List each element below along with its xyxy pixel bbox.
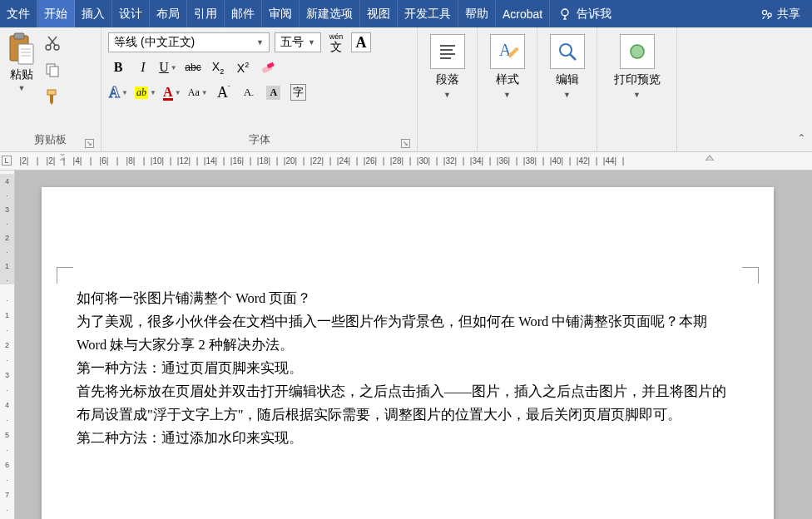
strikethrough-button[interactable]: abc [183,57,203,77]
svg-rect-6 [14,33,24,39]
right-indent-marker[interactable] [706,154,714,161]
doc-paragraph[interactable]: 第一种方法：通过页眉页脚来实现。 [77,357,739,380]
tab-home[interactable]: 开始 [37,0,75,27]
tab-insert[interactable]: 插入 [75,0,112,27]
font-size-value: 五号 [280,35,304,50]
page-scroll-area[interactable]: 如何将一张图片铺满整个 Word 页面？ 为了美观，很多小伙伴会在文档中插入一些… [15,171,812,519]
share-icon [760,7,774,21]
tab-layout[interactable]: 布局 [150,0,187,27]
clear-formatting-button[interactable] [258,57,278,77]
record-icon [620,34,655,69]
share-label: 共享 [777,7,800,22]
character-border-button[interactable]: A [351,32,371,52]
svg-line-27 [570,54,576,60]
group-editing: 编辑 ▼ [537,27,597,151]
tab-mail[interactable]: 邮件 [225,0,262,27]
paragraph-label: 段落 [436,72,459,87]
svg-point-26 [560,44,572,56]
horizontal-ruler[interactable]: L |2|||2|||4|||6|||8|||10|||12|||14|||16… [0,152,812,171]
shrink-font-button[interactable]: Aˇ [239,82,259,102]
vertical-ruler[interactable]: 4·3·2·1· ·1·2·3·4·5·6·7·8 [0,171,15,519]
chevron-down-icon: ▼ [503,91,511,99]
print-preview-label: 打印预览 [614,72,661,87]
format-painter-button[interactable] [43,87,62,106]
group-paragraph: 段落 ▼ [418,27,478,151]
svg-rect-16 [50,67,58,77]
doc-paragraph[interactable]: 首先将光标放在页眉处并双击打开编辑状态，之后点击插入——图片，插入之后点击图片，… [77,380,739,427]
tab-design[interactable]: 设计 [112,0,150,27]
doc-paragraph[interactable]: 为了美观，很多小伙伴会在文档中插入一些图片作为背景色，但如何在 Word 中铺满… [77,310,739,357]
group-styles: A 样式 ▼ [478,27,537,151]
bold-button[interactable]: B [108,57,128,77]
enclose-characters-button[interactable]: 字 [289,82,309,102]
paragraph-button[interactable]: 段落 ▼ [424,32,470,101]
svg-point-4 [768,12,771,16]
svg-rect-17 [47,90,56,95]
cut-button[interactable] [43,34,62,52]
underline-button[interactable]: U▼ [158,57,178,77]
tab-developer[interactable]: 开发工具 [398,0,458,27]
svg-line-13 [50,37,57,46]
tab-review[interactable]: 审阅 [262,0,300,27]
tab-help[interactable]: 帮助 [458,0,496,27]
svg-point-28 [631,45,644,58]
print-preview-button[interactable]: 打印预览 ▼ [604,32,670,101]
styles-button[interactable]: A 样式 ▼ [484,32,530,101]
svg-rect-18 [50,95,53,102]
font-name-combo[interactable]: 等线 (中文正文) ▼ [108,32,270,52]
group-font: 等线 (中文正文) ▼ 五号 ▼ wén文 A B I U▼ abc X2 X2 [102,27,418,151]
subscript-button[interactable]: X2 [208,57,228,77]
svg-point-3 [762,10,766,14]
margin-crop-mark [57,267,73,284]
paste-label: 粘贴 [10,67,33,82]
tell-me[interactable]: 告诉我 [550,0,620,27]
phonetic-guide-button[interactable]: wén文 [326,32,346,52]
tab-references[interactable]: 引用 [187,0,225,27]
dialog-launcher-icon[interactable]: ↘ [85,139,94,148]
clipboard-icon [7,32,37,66]
chevron-down-icon: ▼ [633,91,641,99]
document-body[interactable]: 如何将一张图片铺满整个 Word 页面？ 为了美观，很多小伙伴会在文档中插入一些… [77,287,739,450]
paste-button[interactable]: 粘贴 ▼ [7,32,37,92]
tab-newoption[interactable]: 新建选项 [300,0,360,27]
text-effects-button[interactable]: A▼ [108,82,129,102]
group-printpreview: 打印预览 ▼ [597,27,677,151]
group-clipboard: 粘贴 ▼ 剪贴板 ↘ [0,27,102,151]
tab-acrobat[interactable]: Acrobat [496,0,550,27]
tell-me-label: 告诉我 [577,7,611,22]
svg-point-11 [46,45,51,50]
tab-file[interactable]: 文件 [0,0,37,27]
group-clipboard-label: 剪贴板 ↘ [7,131,94,150]
doc-paragraph[interactable]: 第二种方法：通过添加水印来实现。 [77,427,739,450]
highlight-button[interactable]: ab▼ [134,82,157,102]
chevron-down-icon: ▼ [308,38,315,47]
editing-label: 编辑 [556,72,579,87]
doc-paragraph[interactable]: 如何将一张图片铺满整个 Word 页面？ [77,287,739,310]
paragraph-icon [430,34,465,69]
tab-selector[interactable]: L [2,156,12,166]
change-case-button[interactable]: Aa▼ [187,82,209,102]
copy-button[interactable] [43,61,62,79]
font-color-button[interactable]: A▼ [162,82,182,102]
ribbon: 粘贴 ▼ 剪贴板 ↘ 等线 (中 [0,27,812,152]
share-button[interactable]: 共享 [749,0,812,27]
styles-label: 样式 [496,72,519,87]
svg-rect-7 [18,44,33,64]
document-workspace: 4·3·2·1· ·1·2·3·4·5·6·7·8 如何将一张图片铺满整个 Wo… [0,171,812,519]
tab-view[interactable]: 视图 [360,0,398,27]
editing-button[interactable]: 编辑 ▼ [544,32,590,101]
character-shading-button[interactable]: A [264,82,284,102]
italic-button[interactable]: I [133,57,153,77]
group-font-label: 字体 ↘ [108,131,410,150]
find-icon [550,34,585,69]
chevron-down-icon[interactable]: ▼ [18,84,26,92]
svg-point-0 [562,9,568,16]
dialog-launcher-icon[interactable]: ↘ [401,139,410,148]
styles-icon: A [490,34,525,69]
superscript-button[interactable]: X2 [233,57,253,77]
collapse-ribbon-button[interactable]: ˆ [800,133,804,148]
document-page[interactable]: 如何将一张图片铺满整个 Word 页面？ 为了美观，很多小伙伴会在文档中插入一些… [42,187,774,519]
chevron-down-icon: ▼ [443,91,451,99]
font-size-combo[interactable]: 五号 ▼ [275,32,321,52]
grow-font-button[interactable]: Aˆ [214,82,234,102]
